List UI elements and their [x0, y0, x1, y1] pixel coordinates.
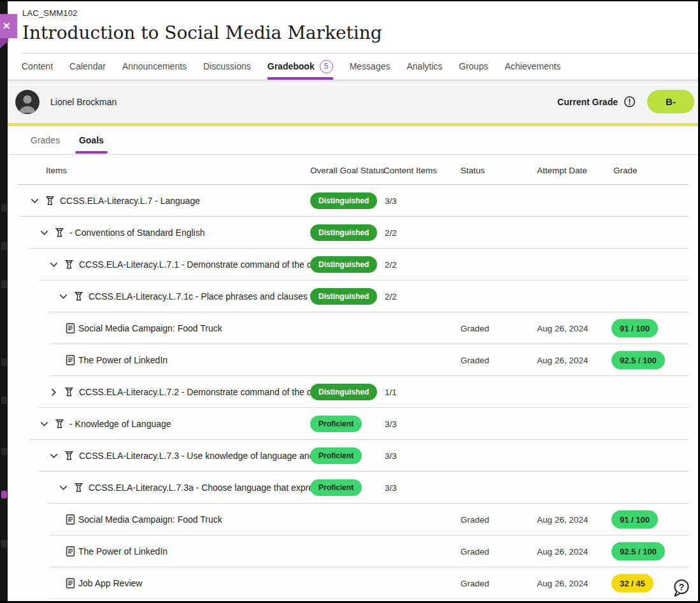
content-item-row: The Power of LinkedIn Graded Aug 26, 202… [8, 535, 698, 567]
content-item-name[interactable]: Social Media Campaign: Food Truck [78, 323, 222, 333]
expand-chevron-icon[interactable] [47, 386, 60, 398]
expand-chevron-icon[interactable] [38, 418, 50, 430]
expand-chevron-icon[interactable] [57, 481, 69, 494]
grade-pill[interactable]: 91 / 100 [611, 511, 658, 529]
avatar [15, 90, 39, 114]
content-item-name[interactable]: Job App Review [78, 578, 142, 588]
goal-row: CCSS.ELA-Literacy.L.7.2 - Demonstrate co… [8, 376, 698, 408]
subtab-grades[interactable]: Grades [31, 126, 60, 154]
goal-row: CCSS.ELA-Literacy.L.7.1c - Place phrases… [8, 280, 698, 312]
content-item-row: Social Media Campaign: Food Truck Graded… [8, 312, 698, 344]
goal-row: CCSS.ELA-Literacy.L.7 - Language Disting… [8, 185, 698, 217]
document-icon [66, 323, 75, 334]
column-header-status: Status [461, 165, 485, 175]
nav-tab-calendar[interactable]: Calendar [69, 54, 106, 80]
student-name: Lionel Brockman [50, 97, 117, 107]
collapsed-sidebar-strip [0, 1, 8, 601]
expand-chevron-icon[interactable] [57, 290, 69, 303]
gradebook-subtabs: Grades Goals [8, 126, 698, 155]
goals-table: Items Overall Goal Status Content Items … [8, 155, 698, 599]
course-panel: LAC_SMM102 Introduction to Social Media … [8, 1, 698, 601]
info-icon[interactable] [624, 96, 636, 108]
sidebar-icon [1, 204, 7, 212]
attempt-date: Aug 26, 2024 [537, 579, 588, 588]
grade-pill[interactable]: 91 / 100 [611, 319, 658, 338]
nav-tab-gradebook[interactable]: Gradebook 5 [268, 54, 333, 80]
sidebar-icon [1, 358, 7, 366]
goal-name[interactable]: CCSS.ELA-Literacy.L.7.3a - Choose langua… [89, 483, 330, 493]
current-grade-label: Current Grade [557, 97, 618, 107]
sidebar-icon [1, 447, 7, 455]
table-body: CCSS.ELA-Literacy.L.7 - Language Disting… [8, 185, 698, 599]
course-header: LAC_SMM102 Introduction to Social Media … [8, 1, 698, 54]
grade-pill[interactable]: 92.5 / 100 [611, 542, 665, 561]
help-button[interactable]: ? [672, 578, 691, 599]
nav-tab-groups[interactable]: Groups [459, 54, 489, 80]
current-grade-pill[interactable]: B- [647, 90, 694, 113]
expand-chevron-icon[interactable] [38, 226, 50, 239]
sidebar-icon [1, 280, 7, 288]
goal-trophy-icon [73, 291, 84, 302]
goal-trophy-icon [54, 419, 65, 430]
sidebar-icon [1, 242, 7, 250]
grade-pill[interactable]: 32 / 45 [611, 574, 654, 593]
course-nav: Content Calendar Announcements Discussio… [8, 54, 698, 80]
goal-status-badge: Distinguished [310, 384, 377, 400]
item-status: Graded [461, 547, 489, 556]
goal-row: CCSS.ELA-Literacy.L.7.1 - Demonstrate co… [8, 249, 698, 280]
close-course-button[interactable]: ✕ [0, 14, 17, 38]
student-band: Lionel Brockman Current Grade B- [8, 80, 698, 123]
goal-name[interactable]: CCSS.ELA-Literacy.L.7.3 - Use knowledge … [79, 451, 322, 461]
svg-text:?: ? [679, 582, 685, 592]
nav-tab-announcements[interactable]: Announcements [122, 54, 187, 80]
goal-row: - Knowledge of Language Proficient 3/3 [8, 408, 698, 440]
attempt-date: Aug 26, 2024 [537, 515, 588, 525]
attempt-date: Aug 26, 2024 [537, 356, 588, 365]
attempt-date: Aug 26, 2024 [537, 324, 588, 333]
goal-name[interactable]: CCSS.ELA-Literacy.L.7.2 - Demonstrate co… [79, 387, 318, 397]
goal-name[interactable]: CCSS.ELA-Literacy.L.7.1 - Demonstrate co… [79, 259, 318, 270]
content-items-count: 3/3 [385, 196, 397, 206]
sidebar-icon [1, 491, 7, 498]
nav-tab-analytics[interactable]: Analytics [406, 54, 442, 80]
nav-tab-discussions[interactable]: Discussions [203, 54, 251, 80]
document-icon [66, 578, 75, 589]
nav-tab-achievements[interactable]: Achievements [504, 54, 561, 80]
goal-name[interactable]: CCSS.ELA-Literacy.L.7 - Language [60, 196, 200, 206]
close-icon: ✕ [3, 20, 11, 32]
attempt-date: Aug 26, 2024 [537, 547, 588, 556]
goal-trophy-icon [64, 259, 75, 270]
document-icon [66, 355, 75, 366]
content-items-count: 3/3 [385, 451, 397, 461]
goal-name[interactable]: - Knowledge of Language [69, 419, 171, 429]
goal-trophy-icon [54, 228, 65, 238]
column-header-items: Items [46, 165, 67, 175]
grade-pill[interactable]: 92.5 / 100 [611, 351, 665, 370]
item-status: Graded [461, 356, 489, 365]
content-item-name[interactable]: The Power of LinkedIn [78, 546, 168, 556]
column-header-content-items: Content Items [383, 165, 437, 175]
goal-name[interactable]: - Conventions of Standard English [69, 228, 204, 238]
item-status: Graded [461, 579, 489, 588]
content-item-name[interactable]: The Power of LinkedIn [78, 355, 168, 365]
goal-trophy-icon [64, 451, 75, 461]
subtab-goals[interactable]: Goals [79, 126, 104, 154]
nav-tab-messages[interactable]: Messages [350, 54, 390, 80]
expand-chevron-icon[interactable] [47, 258, 60, 271]
goal-status-badge: Distinguished [310, 256, 377, 273]
column-header-attempt-date: Attempt Date [537, 165, 587, 175]
goal-status-badge: Proficient [310, 447, 362, 464]
goal-row: - Conventions of Standard English Distin… [8, 217, 698, 249]
page-title: Introduction to Social Media Marketing [22, 22, 698, 43]
table-header-row: Items Overall Goal Status Content Items … [8, 155, 698, 185]
expand-chevron-icon[interactable] [47, 449, 60, 462]
sidebar-icon [1, 396, 7, 404]
item-status: Graded [461, 324, 489, 333]
goal-name[interactable]: CCSS.ELA-Literacy.L.7.1c - Place phrases… [89, 291, 333, 302]
content-items-count: 2/2 [385, 228, 397, 238]
expand-chevron-icon[interactable] [28, 194, 41, 207]
content-item-name[interactable]: Social Media Campaign: Food Truck [78, 514, 222, 525]
nav-tab-content[interactable]: Content [22, 54, 53, 80]
document-icon [66, 546, 75, 557]
document-icon [66, 514, 75, 525]
